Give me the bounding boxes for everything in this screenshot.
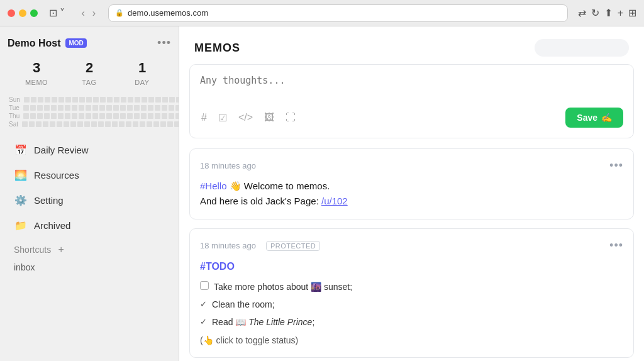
todo-check-1[interactable] <box>200 281 209 290</box>
cal-cell[interactable] <box>79 105 84 111</box>
cal-cell[interactable] <box>36 121 42 127</box>
cal-cell[interactable] <box>64 121 69 127</box>
expand-tool-button[interactable]: ⛶ <box>284 111 297 125</box>
cal-cell[interactable] <box>169 113 174 119</box>
sidebar-item-setting[interactable]: ⚙️ Setting <box>8 188 171 212</box>
sidebar-toggle-button[interactable]: ⊡ ˅ <box>45 6 69 20</box>
refresh-button[interactable]: ↻ <box>591 7 599 19</box>
cal-cell[interactable] <box>162 113 167 119</box>
cal-cell[interactable] <box>106 113 112 119</box>
cal-cell[interactable] <box>174 121 179 127</box>
cal-cell[interactable] <box>112 121 118 127</box>
cal-cell[interactable] <box>148 113 153 119</box>
translate-button[interactable]: ⇄ <box>578 7 586 19</box>
todo-item-2[interactable]: ✓ Clean the room; <box>200 297 623 311</box>
cal-cell[interactable] <box>72 105 77 111</box>
sidebar-item-archived[interactable]: 📁 Archived <box>8 213 171 237</box>
cal-cell[interactable] <box>31 97 36 103</box>
cal-cell[interactable] <box>44 113 50 119</box>
cal-cell[interactable] <box>72 97 78 103</box>
cal-cell[interactable] <box>22 121 28 127</box>
cal-cell[interactable] <box>50 121 55 127</box>
cal-cell[interactable] <box>120 113 126 119</box>
compose-textarea[interactable] <box>200 75 623 97</box>
cal-cell[interactable] <box>84 121 90 127</box>
cal-cell[interactable] <box>155 105 160 111</box>
cal-cell[interactable] <box>100 97 106 103</box>
memo-jack-link[interactable]: /u/102 <box>321 196 348 206</box>
cal-cell[interactable] <box>121 97 126 103</box>
cal-cell[interactable] <box>30 113 36 119</box>
cal-cell[interactable] <box>99 113 105 119</box>
cal-cell[interactable] <box>86 113 91 119</box>
cal-cell[interactable] <box>23 105 29 111</box>
share-button[interactable]: ⬆ <box>604 7 613 19</box>
cal-cell[interactable] <box>162 97 168 103</box>
memo-more-2[interactable]: ••• <box>609 239 623 252</box>
cal-cell[interactable] <box>65 97 71 103</box>
cal-cell[interactable] <box>79 113 84 119</box>
cal-cell[interactable] <box>133 121 138 127</box>
cal-cell[interactable] <box>58 105 64 111</box>
cal-cell[interactable] <box>79 97 85 103</box>
cal-cell[interactable] <box>58 97 64 103</box>
save-button[interactable]: Save ✍️ <box>565 108 623 128</box>
cal-cell[interactable] <box>86 97 92 103</box>
image-tool-button[interactable]: 🖼 <box>263 111 275 125</box>
apps-button[interactable]: ⊞ <box>628 7 636 19</box>
cal-cell[interactable] <box>23 113 29 119</box>
close-button[interactable] <box>8 9 15 17</box>
cal-cell[interactable] <box>141 105 147 111</box>
back-button[interactable]: ‹ <box>79 6 87 20</box>
cal-cell[interactable] <box>147 121 152 127</box>
cal-cell[interactable] <box>86 105 91 111</box>
cal-cell[interactable] <box>29 121 35 127</box>
cal-cell[interactable] <box>77 121 83 127</box>
cal-cell[interactable] <box>65 105 70 111</box>
cal-cell[interactable] <box>128 97 133 103</box>
cal-cell[interactable] <box>127 105 133 111</box>
search-input[interactable] <box>535 39 629 57</box>
cal-cell[interactable] <box>24 97 30 103</box>
cal-cell[interactable] <box>98 121 104 127</box>
maximize-button[interactable] <box>30 9 38 17</box>
shortcut-inbox[interactable]: inbox <box>8 258 171 276</box>
cal-cell[interactable] <box>91 121 97 127</box>
todo-item-3[interactable]: ✓ Read 📖 The Little Prince; <box>200 315 623 329</box>
cal-cell[interactable] <box>113 105 119 111</box>
cal-cell[interactable] <box>92 105 98 111</box>
cal-cell[interactable] <box>43 121 48 127</box>
cal-cell[interactable] <box>92 113 98 119</box>
todo-tool-button[interactable]: ☑ <box>217 111 228 125</box>
cal-cell[interactable] <box>114 97 119 103</box>
code-tool-button[interactable]: </> <box>237 111 254 125</box>
cal-cell[interactable] <box>134 113 140 119</box>
sidebar-item-resources[interactable]: 🌅 Resources <box>8 163 171 187</box>
todo-item-1[interactable]: Take more photos about 🌆 sunset; <box>200 280 623 294</box>
cal-cell[interactable] <box>169 105 174 111</box>
cal-cell[interactable] <box>52 97 57 103</box>
cal-cell[interactable] <box>113 113 119 119</box>
tag-tool-button[interactable]: # <box>200 111 208 125</box>
cal-cell[interactable] <box>153 121 159 127</box>
cal-cell[interactable] <box>72 113 77 119</box>
cal-cell[interactable] <box>65 113 70 119</box>
cal-cell[interactable] <box>105 121 111 127</box>
cal-cell[interactable] <box>58 113 64 119</box>
cal-cell[interactable] <box>51 105 57 111</box>
new-tab-button[interactable]: + <box>618 8 623 19</box>
cal-cell[interactable] <box>127 113 133 119</box>
shortcuts-add-button[interactable]: + <box>55 243 67 256</box>
cal-cell[interactable] <box>120 105 126 111</box>
forward-button[interactable]: › <box>90 6 98 20</box>
cal-cell[interactable] <box>57 121 62 127</box>
cal-cell[interactable] <box>148 97 154 103</box>
cal-cell[interactable] <box>37 113 43 119</box>
cal-cell[interactable] <box>142 97 147 103</box>
cal-cell[interactable] <box>169 97 175 103</box>
cal-cell[interactable] <box>155 113 160 119</box>
cal-cell[interactable] <box>70 121 76 127</box>
cal-cell[interactable] <box>45 97 50 103</box>
cal-cell[interactable] <box>140 121 145 127</box>
cal-cell[interactable] <box>134 105 140 111</box>
